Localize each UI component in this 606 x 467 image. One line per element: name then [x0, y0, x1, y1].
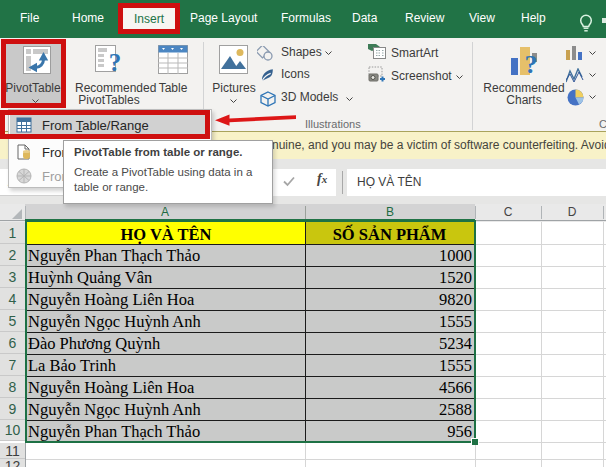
svg-text:?: ? — [109, 49, 122, 74]
svg-text:?: ? — [525, 50, 538, 76]
